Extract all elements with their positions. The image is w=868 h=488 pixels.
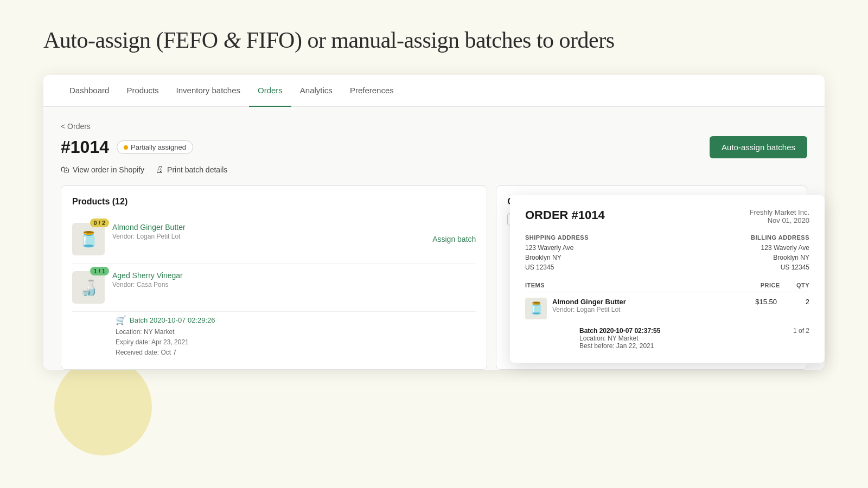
receipt-items-header: ITEMS PRICE QTY bbox=[525, 282, 809, 292]
billing-address-line2: Brooklyn NY bbox=[751, 253, 809, 262]
shipping-address-block: SHIPPING ADDRESS 123 Waverly Ave Brookly… bbox=[525, 234, 589, 272]
billing-address-label: BILLING ADDRESS bbox=[751, 234, 809, 241]
view-order-shopify-link[interactable]: 🛍 View order in Shopify bbox=[61, 165, 144, 175]
product-image: 🍶 bbox=[72, 271, 105, 304]
product-image-wrap: 🍶 1 / 1 bbox=[72, 271, 105, 304]
print-batch-details-link[interactable]: 🖨 Print batch details bbox=[155, 165, 227, 175]
receipt-item-price: $15.50 bbox=[755, 298, 777, 306]
products-panel: Products (12) 🫙 0 / 2 Almond Ginger Butt… bbox=[61, 185, 487, 370]
order-number: #1014 bbox=[61, 137, 109, 157]
receipt-item-qty: 2 bbox=[799, 298, 809, 306]
qty-badge: 1 / 1 bbox=[90, 267, 109, 275]
nav-preferences[interactable]: Preferences bbox=[341, 75, 403, 107]
breadcrumb[interactable]: Orders bbox=[61, 122, 807, 131]
products-panel-title: Products (12) bbox=[72, 197, 476, 207]
print-icon: 🖨 bbox=[155, 165, 164, 175]
batch-received: Received date: Oct 7 bbox=[116, 348, 476, 358]
order-actions: 🛍 View order in Shopify 🖨 Print batch de… bbox=[61, 165, 807, 175]
receipt-item-name: Almond Ginger Butter bbox=[552, 298, 755, 306]
receipt-order-number: ORDER #1014 bbox=[525, 208, 605, 222]
product-name[interactable]: Almond Ginger Butter bbox=[112, 223, 425, 232]
receipt-header: ORDER #1014 Freshly Market Inc. Nov 01, … bbox=[525, 208, 809, 224]
batch-link[interactable]: 🛒 Batch 2020-10-07 02:29:26 bbox=[116, 315, 476, 325]
nav-bar: Dashboard Products Inventory batches Ord… bbox=[43, 75, 825, 107]
receipt-batch-row: Batch 2020-10-07 02:37:55 Location: NY M… bbox=[552, 325, 809, 350]
status-label: Partially assigned bbox=[131, 143, 186, 151]
product-image: 🫙 bbox=[72, 223, 105, 255]
product-info: Aged Sherry Vinegar Vendor: Casa Pons bbox=[112, 271, 476, 288]
qty-badge: 0 / 2 bbox=[90, 219, 109, 227]
billing-address-block: BILLING ADDRESS 123 Waverly Ave Brooklyn… bbox=[751, 234, 809, 272]
deco-yellow-circle bbox=[54, 358, 152, 455]
product-image-wrap: 🫙 0 / 2 bbox=[72, 223, 105, 255]
receipt-item: 🫙 Almond Ginger Butter Vendor: Logan Pet… bbox=[525, 298, 809, 319]
billing-address-line3: US 12345 bbox=[751, 262, 809, 272]
receipt-batch-location: Location: NY Market bbox=[579, 335, 660, 342]
print-batch-label: Print batch details bbox=[167, 165, 227, 174]
auto-assign-button[interactable]: Auto-assign batches bbox=[710, 136, 807, 158]
receipt-batch-info: Batch 2020-10-07 02:37:55 Location: NY M… bbox=[579, 327, 660, 350]
receipt-item-values: $15.50 2 bbox=[755, 298, 809, 306]
receipt-batch-name: Batch 2020-10-07 02:37:55 bbox=[579, 327, 660, 335]
shopify-icon: 🛍 bbox=[61, 165, 69, 175]
batch-location: Location: NY Market bbox=[116, 327, 476, 337]
view-order-label: View order in Shopify bbox=[73, 165, 144, 174]
batch-info: 🛒 Batch 2020-10-07 02:29:26 Location: NY… bbox=[116, 315, 476, 358]
shipping-address-label: SHIPPING ADDRESS bbox=[525, 234, 589, 241]
shipping-address-line1: 123 Waverly Ave bbox=[525, 243, 589, 253]
status-badge: Partially assigned bbox=[117, 140, 193, 154]
nav-products[interactable]: Products bbox=[118, 75, 167, 107]
product-name[interactable]: Aged Sherry Vinegar bbox=[112, 271, 476, 280]
nav-dashboard[interactable]: Dashboard bbox=[61, 75, 118, 107]
receipt-item-image: 🫙 bbox=[525, 298, 547, 319]
receipt-col-labels: PRICE QTY bbox=[761, 282, 809, 288]
order-header: #1014 Partially assigned Auto-assign bat… bbox=[61, 136, 807, 158]
billing-address-line1: 123 Waverly Ave bbox=[751, 243, 809, 253]
shipping-address-line3: US 12345 bbox=[525, 262, 589, 272]
price-col-label: PRICE bbox=[761, 282, 780, 288]
page-headline: Auto-assign (FEFO & FIFO) or manual-assi… bbox=[43, 27, 825, 53]
nav-analytics[interactable]: Analytics bbox=[291, 75, 341, 107]
status-dot-icon bbox=[124, 145, 128, 150]
receipt-addresses: SHIPPING ADDRESS 123 Waverly Ave Brookly… bbox=[525, 234, 809, 272]
nav-inventory-batches[interactable]: Inventory batches bbox=[168, 75, 249, 107]
product-vendor: Vendor: Logan Petit Lot bbox=[112, 233, 425, 240]
assign-batch-button[interactable]: Assign batch bbox=[432, 235, 476, 243]
receipt-batch-best-before: Best before: Jan 22, 2021 bbox=[579, 342, 660, 350]
product-item: 🫙 0 / 2 Almond Ginger Butter Vendor: Log… bbox=[72, 215, 476, 264]
shipping-address-line2: Brooklyn NY bbox=[525, 253, 589, 262]
receipt-item-vendor: Vendor: Logan Petit Lot bbox=[552, 306, 755, 313]
product-info: Almond Ginger Butter Vendor: Logan Petit… bbox=[112, 223, 425, 240]
product-item: 🍶 1 / 1 Aged Sherry Vinegar Vendor: Casa… bbox=[72, 264, 476, 312]
qty-col-label: QTY bbox=[796, 282, 809, 288]
nav-orders[interactable]: Orders bbox=[249, 75, 291, 107]
batch-id: Batch 2020-10-07 02:29:26 bbox=[130, 316, 215, 324]
items-col-label: ITEMS bbox=[525, 282, 545, 288]
receipt-panel: ORDER #1014 Freshly Market Inc. Nov 01, … bbox=[510, 195, 825, 363]
receipt-batch-of: 1 of 2 bbox=[793, 327, 809, 335]
order-title-row: #1014 Partially assigned bbox=[61, 137, 193, 157]
receipt-company: Freshly Market Inc. Nov 01, 2020 bbox=[749, 208, 809, 224]
batch-cart-icon: 🛒 bbox=[116, 315, 126, 325]
product-vendor: Vendor: Casa Pons bbox=[112, 281, 476, 288]
receipt-item-info: Almond Ginger Butter Vendor: Logan Petit… bbox=[552, 298, 755, 313]
batch-expiry: Expiry date: Apr 23, 2021 bbox=[116, 337, 476, 348]
